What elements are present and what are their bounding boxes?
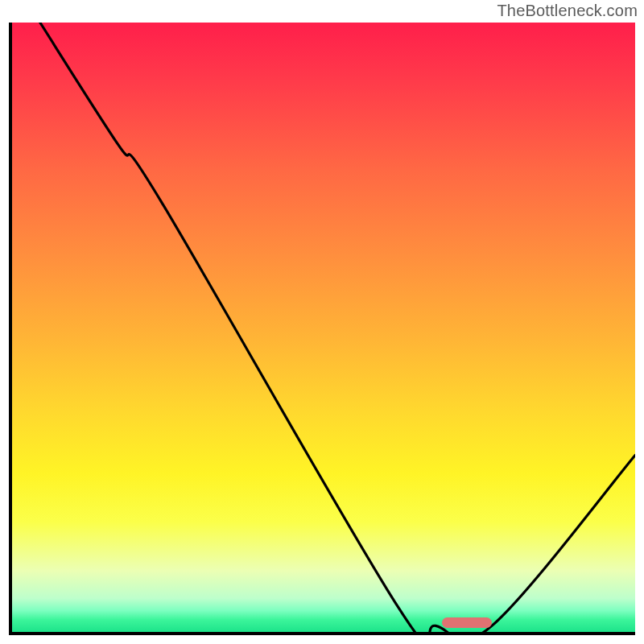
chart-container: TheBottleneck.com — [0, 0, 644, 644]
plot-axes — [9, 23, 635, 635]
optimal-marker — [442, 617, 492, 628]
watermark-text: TheBottleneck.com — [497, 2, 638, 20]
curve-path — [40, 23, 635, 632]
plot-area — [12, 23, 635, 632]
bottleneck-curve — [12, 23, 635, 632]
